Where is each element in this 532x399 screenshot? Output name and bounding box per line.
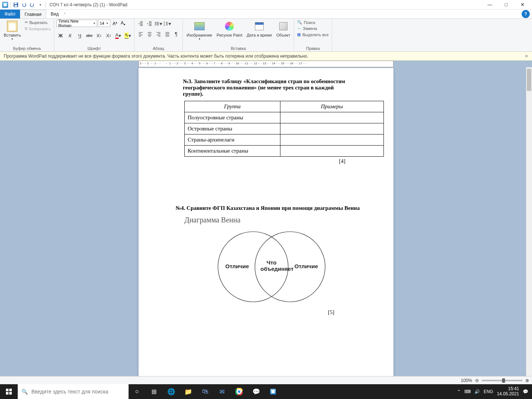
bullets-button[interactable]: ▾	[154, 20, 163, 28]
svg-rect-8	[6, 389, 8, 391]
search-icon: 🔍	[297, 20, 302, 25]
italic-button[interactable]: К	[66, 31, 74, 40]
window-controls: ― □ ✕	[482, 0, 531, 10]
svg-point-3	[155, 22, 156, 23]
group-paragraph-label: Абзац	[137, 45, 180, 51]
table-header-group: Группа	[185, 101, 280, 112]
paste-button[interactable]: Вставить ▾	[2, 20, 23, 41]
align-center-button[interactable]	[146, 30, 154, 38]
copy-button[interactable]: ⧉Копировать	[24, 26, 52, 31]
paragraph-settings-button[interactable]: ¶	[172, 30, 180, 38]
notifications-icon[interactable]: 💬	[523, 389, 528, 394]
maximize-button[interactable]: □	[498, 0, 514, 10]
zoom-level: 100%	[461, 378, 472, 383]
outdent-button[interactable]	[137, 20, 145, 28]
table-header-examples: Примеры	[280, 101, 383, 112]
task-view-icon[interactable]: ⊞	[146, 384, 163, 399]
highlight-button[interactable]: ✎▾	[124, 31, 132, 40]
taskbar-search[interactable]: 🔍 Введите здесь текст для поиска	[18, 384, 129, 399]
group-paragraph: ▾ ▾ ¶ Абзац	[134, 19, 183, 51]
font-family-select[interactable]: Times New Roman▾	[57, 20, 97, 27]
volume-icon[interactable]: 🔊	[474, 389, 480, 394]
cut-button[interactable]: ✂Вырезать	[24, 20, 52, 25]
language-indicator[interactable]: ENG	[484, 389, 493, 394]
table-cell[interactable]	[280, 123, 383, 134]
help-icon[interactable]: ?	[522, 10, 530, 18]
group-editing-label: Правка	[296, 45, 329, 51]
document-page[interactable]: №3. Заполните таблицу «Классификация стр…	[139, 68, 393, 376]
venn-middle-label: Чтообъединяет	[260, 259, 283, 272]
qat-dropdown-icon[interactable]: ▾	[37, 1, 44, 8]
table-cell[interactable]	[280, 146, 383, 157]
align-right-button[interactable]	[154, 30, 163, 38]
font-color-button[interactable]: A▾	[114, 31, 122, 40]
undo-icon[interactable]	[20, 1, 28, 8]
align-left-button[interactable]	[137, 30, 145, 38]
underline-button[interactable]: Ч	[76, 31, 84, 40]
cortana-icon[interactable]: ○	[129, 384, 146, 399]
table-cell[interactable]	[280, 112, 383, 123]
grow-font-button[interactable]: A▴	[111, 21, 119, 26]
redo-icon[interactable]	[28, 1, 36, 8]
insert-datetime-button[interactable]: Дата и время	[245, 20, 273, 38]
select-all-button[interactable]: ▦Выделить все	[296, 32, 329, 37]
tab-view[interactable]: Вид	[46, 10, 63, 18]
venn-diagram: Отличие Чтообъединяет Отличие	[198, 228, 345, 306]
indent-button[interactable]	[146, 20, 154, 28]
edge-icon[interactable]: 🌐	[163, 384, 180, 399]
ribbon-tabs: Файл Главная Вид ⌃ ?	[0, 10, 532, 18]
explorer-icon[interactable]: 📁	[180, 384, 197, 399]
replace-button[interactable]: ↔Замена	[296, 26, 329, 31]
subscript-button[interactable]: X2	[95, 31, 103, 40]
close-button[interactable]: ✕	[514, 0, 531, 10]
minimize-button[interactable]: ―	[482, 0, 498, 10]
svg-rect-10	[6, 392, 8, 395]
compatibility-warning: Программа WordPad поддерживает не все фу…	[0, 52, 532, 61]
group-insert: Изображение▾ Рисунок Paint Дата и время …	[183, 19, 294, 51]
font-size-select[interactable]: 14▾	[98, 20, 110, 27]
chrome-icon[interactable]	[231, 384, 248, 399]
keyboard-icon[interactable]: ⌨	[464, 389, 471, 394]
insert-object-button[interactable]: Объект	[275, 20, 291, 38]
tab-home[interactable]: Главная	[20, 10, 47, 18]
warning-text: Программа WordPad поддерживает не все фу…	[4, 54, 308, 59]
group-font: Times New Roman▾ 14▾ A▴ A▾ Ж К Ч abc X2 …	[54, 19, 134, 51]
warning-close-icon[interactable]: ✕	[525, 54, 528, 59]
insert-paint-button[interactable]: Рисунок Paint	[215, 20, 244, 38]
shrink-font-button[interactable]: A▾	[119, 20, 127, 26]
zoom-slider[interactable]	[482, 380, 522, 381]
table-row: Полуостровные страны	[185, 112, 280, 123]
copy-icon: ⧉	[25, 26, 28, 31]
zoom-in-button[interactable]: ⊕	[525, 378, 529, 383]
scrollbar-thumb[interactable]	[527, 69, 531, 91]
horizontal-ruler[interactable]: 3 · · · 2 · · · 1 · · · · · · 1 · · · 2 …	[139, 61, 393, 67]
start-button[interactable]	[0, 384, 18, 399]
whatsapp-icon[interactable]: 💬	[248, 384, 265, 399]
wordpad-icon	[1, 1, 9, 8]
taskbar-clock[interactable]: 15:41 14.05.2021	[497, 386, 519, 397]
system-tray: ⌃ ⌨ 🔊 ENG 15:41 14.05.2021 💬	[453, 386, 532, 397]
group-editing: 🔍Поиск ↔Замена ▦Выделить все Правка	[294, 19, 332, 51]
bold-button[interactable]: Ж	[57, 31, 65, 40]
insert-image-button[interactable]: Изображение▾	[185, 20, 214, 41]
table-row: Страны-архипелаги	[185, 134, 280, 146]
find-button[interactable]: 🔍Поиск	[296, 20, 329, 25]
wordpad-taskbar-icon[interactable]	[265, 384, 282, 399]
strike-button[interactable]: abc	[85, 31, 93, 40]
align-justify-button[interactable]	[163, 30, 171, 38]
store-icon[interactable]: 🛍	[197, 384, 214, 399]
vertical-scrollbar[interactable]	[526, 67, 532, 376]
table-row: Континентальные страны	[185, 146, 280, 157]
superscript-button[interactable]: X2	[105, 31, 113, 40]
zoom-out-button[interactable]: ⊖	[475, 378, 479, 383]
tab-file[interactable]: Файл	[0, 10, 20, 18]
paste-label: Вставить	[4, 33, 21, 37]
svg-rect-1	[14, 3, 17, 4]
tray-chevron-icon[interactable]: ⌃	[457, 389, 461, 394]
table-cell[interactable]	[280, 134, 383, 146]
mail-icon[interactable]: ✉	[214, 384, 231, 399]
ribbon-collapse-icon[interactable]: ⌃	[63, 12, 66, 16]
save-icon[interactable]	[12, 1, 20, 8]
line-spacing-button[interactable]: ▾	[163, 20, 171, 28]
ribbon: Вставить ▾ ✂Вырезать ⧉Копировать Буфер о…	[0, 18, 532, 52]
